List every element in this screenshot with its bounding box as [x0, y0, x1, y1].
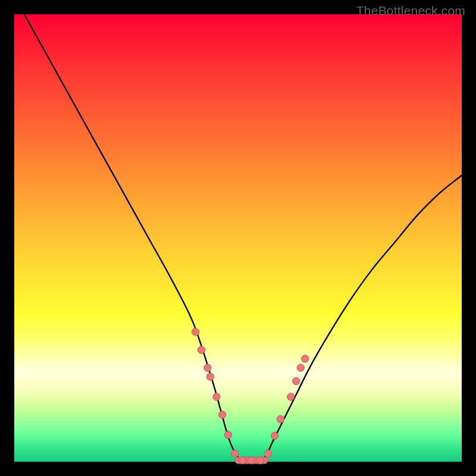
bottleneck-curve-path — [14, 0, 462, 462]
bottleneck-curve-svg — [14, 14, 462, 462]
curve-marker — [271, 432, 278, 439]
curve-markers — [192, 328, 309, 464]
curve-marker — [192, 328, 199, 336]
curve-marker — [293, 377, 300, 384]
curve-marker — [213, 393, 220, 400]
curve-marker — [297, 364, 304, 371]
curve-marker — [248, 457, 255, 464]
curve-marker — [287, 393, 295, 400]
curve-marker — [198, 346, 205, 353]
curve-marker — [302, 355, 309, 362]
curve-marker — [231, 450, 239, 457]
curve-marker — [256, 457, 264, 464]
curve-marker — [206, 373, 214, 380]
watermark-text: TheBottleneck.com — [356, 4, 465, 18]
curve-marker — [264, 450, 271, 457]
curve-marker — [204, 364, 211, 371]
curve-marker — [224, 431, 231, 439]
curve-marker — [239, 457, 246, 464]
chart-frame: TheBottleneck.com — [0, 0, 476, 476]
curve-marker — [277, 415, 284, 422]
curve-marker — [218, 411, 226, 418]
